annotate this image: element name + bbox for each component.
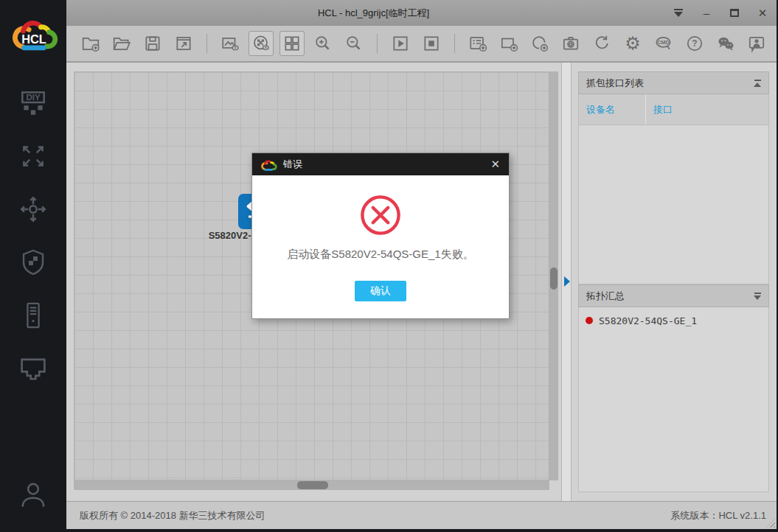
sidebar-item-user[interactable] — [0, 479, 66, 510]
feedback-button[interactable] — [744, 31, 769, 56]
circle-add-icon — [530, 34, 549, 53]
sidebar-item-diy[interactable]: DIY — [15, 85, 51, 121]
hcl-logo: HCL — [0, 0, 66, 66]
bar-shape — [674, 9, 683, 10]
window-title: HCL - hcl_9grijc[临时工程] — [66, 0, 777, 26]
topology-panel-header[interactable]: 拓扑汇总 — [578, 284, 769, 307]
shield-icon — [18, 248, 48, 277]
hcl-logo-icon — [260, 158, 277, 172]
topology-device-name: S5820V2-54QS-GE_1 — [599, 315, 697, 326]
svg-text:?: ? — [692, 38, 697, 49]
hcl-cloud-logo-icon: HCL — [7, 13, 59, 53]
topology-list: S5820V2-54QS-GE_1 — [578, 307, 769, 492]
undo-button[interactable] — [589, 31, 614, 56]
window-titlebar[interactable]: HCL - hcl_9grijc[临时工程] – ✕ — [66, 0, 777, 26]
topology-device-row[interactable]: S5820V2-54QS-GE_1 — [579, 312, 768, 329]
copyright-text: 版权所有 © 2014-2018 新华三技术有限公司 — [80, 509, 265, 522]
resize-grip[interactable] — [766, 519, 775, 528]
image-visibility-icon — [220, 34, 240, 53]
zoom-out-icon — [344, 34, 364, 53]
dialog-titlebar[interactable]: 错误 ✕ — [252, 153, 509, 175]
zoom-in-button[interactable] — [310, 31, 336, 56]
collapse-down-icon[interactable] — [754, 293, 761, 300]
sidebar-item-connections[interactable] — [15, 139, 51, 174]
contact-bubble-icon — [747, 34, 766, 53]
confirm-button[interactable]: 确认 — [355, 281, 406, 301]
zoom-out-button[interactable] — [341, 31, 367, 56]
status-bar: 版权所有 © 2014-2018 新华三技术有限公司 系统版本：HCL v2.1… — [66, 501, 777, 529]
settings-button[interactable]: ⚙ — [620, 31, 645, 56]
help-button[interactable]: ? — [682, 31, 707, 56]
capture-table-body[interactable] — [578, 125, 769, 284]
user-icon — [18, 479, 49, 510]
sidebar-item-firewall[interactable] — [15, 245, 51, 280]
screenshot-button[interactable] — [558, 31, 583, 56]
grid-view-button[interactable] — [279, 31, 305, 56]
error-message: 启动设备S5820V2-54QS-GE_1失败。 — [287, 248, 473, 262]
canvas-vertical-scrollbar[interactable] — [549, 71, 558, 480]
splitter-expand-icon[interactable] — [564, 276, 570, 287]
show-background-button[interactable] — [218, 31, 243, 56]
ethernet-port-icon — [17, 352, 49, 385]
svg-text:HCL: HCL — [21, 32, 46, 46]
dialog-title: 错误 — [283, 158, 489, 171]
close-button[interactable]: ✕ — [756, 7, 769, 20]
right-panel: 抓包接口列表 设备名 接口 拓扑汇总 S5820V2-54QS-GE_1 — [572, 63, 777, 501]
main-toolbar: ⚙ CMD ? — [66, 26, 777, 63]
dialog-close-button[interactable]: ✕ — [489, 158, 501, 171]
sidebar-item-router[interactable] — [15, 192, 51, 227]
horizontal-scroll-thumb[interactable] — [297, 481, 328, 489]
minimize-button[interactable]: – — [700, 7, 713, 20]
svg-text:CMD: CMD — [657, 40, 669, 45]
device-status-dot — [586, 317, 593, 324]
topology-panel-title: 拓扑汇总 — [586, 290, 625, 303]
maximize-icon — [730, 9, 739, 17]
add-config-list-button[interactable] — [465, 31, 490, 56]
vertical-scroll-thumb[interactable] — [550, 267, 558, 290]
server-icon — [19, 300, 47, 331]
play-icon — [391, 34, 410, 53]
export-button[interactable] — [171, 31, 196, 56]
capture-panel-title: 抓包接口列表 — [586, 77, 644, 90]
toolbar-separator — [377, 34, 378, 53]
add-ellipse-button[interactable] — [527, 31, 552, 56]
svg-text:DIY: DIY — [26, 93, 41, 102]
save-button[interactable] — [140, 31, 165, 56]
crossed-arrows-icon — [18, 141, 49, 172]
add-rectangle-button[interactable] — [496, 31, 521, 56]
wechat-icon — [716, 34, 735, 53]
column-device-name[interactable]: 设备名 — [579, 94, 646, 125]
panel-splitter[interactable] — [561, 63, 572, 501]
open-topology-button[interactable] — [109, 31, 134, 56]
tray-dropdown-button[interactable] — [672, 7, 685, 20]
show-interfaces-button[interactable] — [249, 31, 274, 56]
zoom-in-icon — [313, 34, 333, 53]
router-arrows-icon — [18, 194, 49, 225]
rectangle-add-icon — [499, 34, 518, 53]
help-icon: ? — [685, 34, 704, 53]
canvas-horizontal-scrollbar[interactable] — [74, 480, 549, 490]
sidebar-item-port[interactable] — [15, 351, 51, 386]
wechat-button[interactable] — [713, 31, 738, 56]
folder-open-icon — [112, 34, 131, 53]
cmd-search-button[interactable]: CMD — [651, 31, 676, 56]
camera-icon — [561, 34, 580, 53]
stop-all-button[interactable] — [419, 31, 444, 56]
capture-panel-header[interactable]: 抓包接口列表 — [578, 71, 769, 94]
maximize-button[interactable] — [728, 7, 741, 20]
error-dialog: 错误 ✕ 启动设备S5820V2-54QS-GE_1失败。 确认 — [251, 153, 510, 319]
cmd-icon: CMD — [653, 34, 674, 53]
sidebar-item-server[interactable] — [15, 298, 51, 333]
collapse-up-icon[interactable] — [754, 80, 761, 87]
capture-table-header: 设备名 接口 — [578, 94, 769, 125]
start-all-button[interactable] — [388, 31, 413, 56]
new-topology-button[interactable] — [78, 31, 103, 56]
grid-icon — [282, 34, 302, 53]
left-sidebar: HCL DIY — [0, 0, 66, 532]
triangle-down-icon — [674, 12, 683, 17]
export-window-icon — [174, 34, 193, 53]
undo-icon — [592, 34, 611, 53]
column-interface[interactable]: 接口 — [646, 103, 673, 116]
save-icon — [143, 34, 162, 53]
error-icon — [360, 195, 401, 236]
